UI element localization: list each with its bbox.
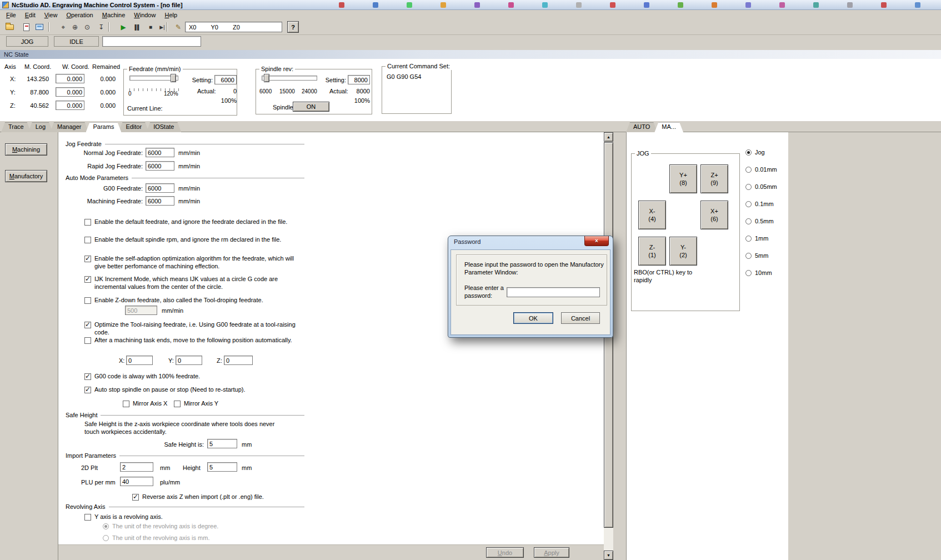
jog-y-minus-button[interactable]: Y-(2) <box>669 237 697 266</box>
spindle-setting-field[interactable]: 8000 <box>348 75 370 84</box>
spindle-on-button[interactable]: ON <box>293 102 329 112</box>
step-option-001mm[interactable]: 0.01mm <box>745 166 777 174</box>
checkbox-icon[interactable] <box>84 297 91 304</box>
radio-icon[interactable] <box>745 218 752 224</box>
apply-button[interactable]: Apply <box>534 547 569 558</box>
menu-window[interactable]: Window <box>129 11 160 19</box>
machining-button[interactable]: Machining <box>5 143 47 156</box>
checkbox-zdown-feedrate[interactable]: Enable Z-down feedrate, also called the … <box>84 297 301 304</box>
checkbox-ijk-increment[interactable]: IJK Increment Mode, which means IJK valu… <box>84 276 301 291</box>
checkbox-icon[interactable] <box>84 256 91 262</box>
checkbox-self-adaption[interactable]: Enable the self-adaption optimization al… <box>84 255 301 271</box>
menu-file[interactable]: File <box>2 11 21 19</box>
checkbox-g00-full-feedrate[interactable]: G00 code is alway with 100% feedrate. <box>84 373 301 381</box>
menu-operation[interactable]: Operation <box>62 11 97 19</box>
checkbox-icon[interactable] <box>84 514 91 521</box>
menu-help[interactable]: Help <box>160 11 182 19</box>
checkbox-icon[interactable] <box>84 219 91 226</box>
radio-icon[interactable] <box>745 201 752 207</box>
radio-icon[interactable] <box>745 253 752 259</box>
goto-origin-icon[interactable]: ⌖ <box>57 21 69 33</box>
checkbox-icon[interactable] <box>123 401 129 407</box>
work-coord-z[interactable]: 0.000 <box>56 101 84 110</box>
tab-trace[interactable]: Trace <box>1 122 31 132</box>
cancel-button[interactable]: Cancel <box>561 312 600 324</box>
pause-icon[interactable]: ▌▌ <box>131 21 143 33</box>
close-icon[interactable]: × <box>584 236 609 246</box>
checkbox-icon[interactable] <box>84 276 91 283</box>
undo-button[interactable]: Undo <box>486 547 524 558</box>
step-option-1mm[interactable]: 1mm <box>745 235 768 243</box>
target-x-field[interactable]: 0 <box>126 356 153 365</box>
scroll-down-button[interactable]: ▼ <box>604 551 613 560</box>
radio-icon[interactable] <box>745 167 752 173</box>
tab-editor[interactable]: Editor <box>118 122 149 132</box>
plu-field[interactable]: 40 <box>120 477 153 486</box>
password-input[interactable] <box>507 287 600 297</box>
step-option-10mm[interactable]: 10mm <box>745 269 772 277</box>
help-icon[interactable]: ? <box>287 21 299 33</box>
work-coord-y[interactable]: 0.000 <box>56 87 84 97</box>
normal-jog-feedrate-field[interactable]: 6000 <box>146 148 174 157</box>
target-y-field[interactable]: 0 <box>176 356 202 365</box>
checkbox-icon[interactable] <box>84 322 91 328</box>
checkbox-mirror-axis-x[interactable]: Mirror Axis X <box>123 400 167 408</box>
tab-log[interactable]: Log <box>28 122 53 132</box>
step-option-jog[interactable]: Jog <box>745 149 765 157</box>
checkbox-icon[interactable] <box>174 401 181 407</box>
checkbox-icon[interactable] <box>84 237 91 243</box>
rapid-jog-feedrate-field[interactable]: 6000 <box>146 161 174 171</box>
datum-icon[interactable]: ↧ <box>95 21 107 33</box>
step-option-05mm[interactable]: 0.5mm <box>745 218 774 226</box>
jog-x-plus-button[interactable]: X+(6) <box>700 201 728 229</box>
target-z-field[interactable]: 0 <box>224 356 253 365</box>
feedrate-slider-thumb[interactable] <box>171 74 176 82</box>
radio-icon[interactable] <box>745 270 752 276</box>
checkbox-move-after-task[interactable]: After a machining task ends, move to the… <box>84 337 301 344</box>
menu-view[interactable]: View <box>40 11 62 19</box>
g00-feedrate-field[interactable]: 6000 <box>146 183 174 193</box>
feedrate-setting-field[interactable]: 6000 <box>214 75 237 84</box>
checkbox-icon[interactable] <box>132 494 139 501</box>
checkbox-mirror-axis-y[interactable]: Mirror Axis Y <box>174 400 218 408</box>
radio-icon[interactable] <box>745 184 752 190</box>
checkbox-reverse-axis-z[interactable]: Reverse axis Z when import (.plt or .eng… <box>132 493 264 501</box>
ok-button[interactable]: OK <box>513 312 553 324</box>
checkbox-auto-stop-spindle[interactable]: Auto stop spindle on pause or stop (Need… <box>84 386 301 394</box>
manufactory-button[interactable]: Manufactory <box>5 170 47 182</box>
start-icon[interactable]: ▶ <box>117 21 129 33</box>
back-to-origin-icon[interactable]: ⊙ <box>81 21 93 33</box>
tab-manager[interactable]: Manager <box>50 122 88 132</box>
set-origin-icon[interactable]: ⊕ <box>69 21 81 33</box>
jog-z-minus-button[interactable]: Z-(1) <box>638 237 666 266</box>
menu-machine[interactable]: Machine <box>98 11 130 19</box>
spindle-slider-thumb[interactable] <box>264 74 269 82</box>
radio-icon[interactable] <box>745 236 752 242</box>
tab-manual[interactable]: MA... <box>654 122 683 132</box>
import-height-field[interactable]: 5 <box>207 462 237 472</box>
jog-x-minus-button[interactable]: X-(4) <box>638 201 666 229</box>
tab-iostate[interactable]: IOState <box>146 122 181 132</box>
radio-icon[interactable] <box>745 149 752 156</box>
step-option-005mm[interactable]: 0.05mm <box>745 183 777 191</box>
jog-z-plus-button[interactable]: Z+(9) <box>700 164 728 193</box>
safe-height-field[interactable]: 5 <box>207 439 237 448</box>
jog-y-plus-button[interactable]: Y+(8) <box>669 164 697 193</box>
checkbox-optimize-tool-raising[interactable]: Optimize the Tool-raising feedrate, i.e.… <box>84 321 301 337</box>
spindle-slider-track[interactable] <box>262 76 317 81</box>
step-option-5mm[interactable]: 5mm <box>745 252 768 260</box>
display-icon[interactable] <box>33 21 46 33</box>
stop-icon[interactable]: ■ <box>144 21 157 33</box>
tab-params[interactable]: Params <box>86 122 122 132</box>
work-coord-x[interactable]: 0.000 <box>56 74 84 83</box>
close-file-icon[interactable] <box>20 21 32 33</box>
open-file-icon[interactable] <box>3 21 16 33</box>
edit-icon[interactable]: ✎ <box>172 21 184 33</box>
plt-field[interactable]: 2 <box>120 462 153 472</box>
scroll-up-button[interactable]: ▲ <box>604 132 613 142</box>
checkbox-icon[interactable] <box>84 373 91 380</box>
checkbox-icon[interactable] <box>84 387 91 393</box>
tab-auto[interactable]: AUTO <box>626 122 657 132</box>
checkbox-default-spindle-rpm[interactable]: Enable the default spindle rpm, and igno… <box>84 236 301 244</box>
menu-edit[interactable]: Edit <box>21 11 40 19</box>
